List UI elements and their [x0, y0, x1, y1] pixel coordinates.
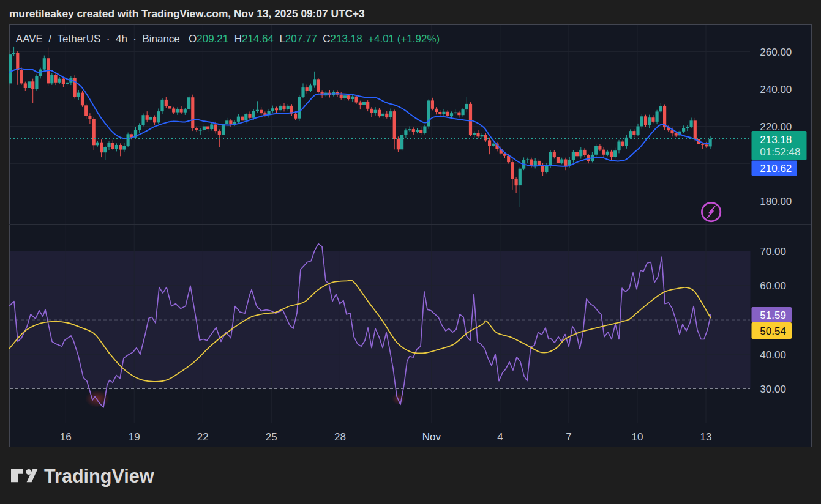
svg-text:28: 28 [334, 431, 346, 443]
svg-text:19: 19 [129, 431, 140, 443]
svg-text:4: 4 [497, 431, 503, 443]
svg-text:260.00: 260.00 [760, 46, 792, 58]
svg-text:213.18: 213.18 [760, 134, 792, 146]
svg-text:60.00: 60.00 [760, 280, 786, 292]
svg-text:240.00: 240.00 [760, 84, 792, 95]
svg-text:210.62: 210.62 [760, 163, 792, 174]
svg-text:30.00: 30.00 [760, 384, 786, 395]
svg-text:50.54: 50.54 [760, 325, 786, 337]
svg-text:7: 7 [566, 431, 571, 443]
svg-text:Nov: Nov [422, 431, 441, 443]
svg-text:22: 22 [197, 431, 209, 443]
svg-text:AAVE / TetherUS · 4h · B: AAVE / TetherUS · 4h · Binance O209.21 H… [16, 33, 440, 45]
svg-text:40.00: 40.00 [760, 349, 786, 361]
svg-text:10: 10 [632, 431, 643, 443]
svg-text:25: 25 [266, 431, 277, 443]
svg-text:180.00: 180.00 [760, 196, 792, 207]
svg-text:13: 13 [700, 431, 712, 443]
svg-text:TradingView: TradingView [44, 465, 154, 487]
svg-text:70.00: 70.00 [760, 246, 786, 258]
svg-text:51.59: 51.59 [760, 309, 786, 321]
svg-text:01:52:48: 01:52:48 [760, 146, 800, 158]
svg-text:220.00: 220.00 [760, 121, 792, 133]
svg-text:muretileakey created with Trad: muretileakey created with TradingView.co… [9, 7, 365, 20]
svg-text:16: 16 [60, 431, 72, 443]
